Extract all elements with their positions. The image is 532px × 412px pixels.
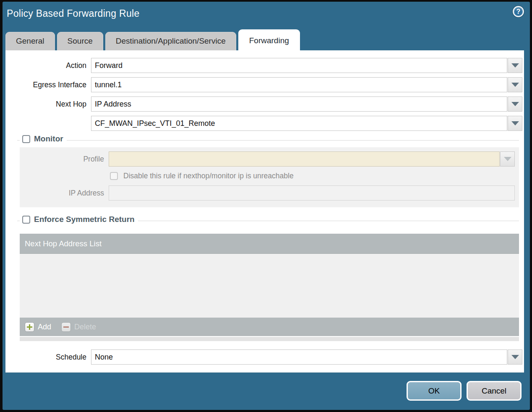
symmetric-return-legend-label: Enforce Symmetric Return [34,215,135,224]
dialog-title: Policy Based Forwarding Rule [7,8,140,19]
tab-general[interactable]: General [5,32,55,50]
symmetric-return-fieldset: Enforce Symmetric Return Next Hop Addres… [17,221,519,341]
schedule-label: Schedule [5,353,91,362]
help-icon[interactable]: ? [513,6,524,17]
cancel-button[interactable]: Cancel [467,381,522,401]
symmetric-return-legend: Enforce Symmetric Return [20,215,138,224]
next-hop-address-list-table: Next Hop Address List Add Delete [20,234,519,341]
monitor-legend: Monitor [20,134,67,143]
next-hop-address-list-body[interactable] [20,254,519,318]
monitor-ip-address-row: IP Address [20,185,519,201]
next-hop-address-row [5,116,523,131]
profile-label: Profile [20,155,109,164]
profile-input [109,151,500,167]
egress-interface-input[interactable] [91,77,507,92]
monitor-fieldset: Monitor Profile Disable this rule if nex… [17,140,519,207]
tab-source[interactable]: Source [57,32,103,50]
profile-dropdown-button [500,151,515,167]
action-label: Action [5,61,91,70]
schedule-input[interactable] [91,349,507,365]
title-bar: Policy Based Forwarding Rule ? [3,2,530,28]
monitor-ip-address-label: IP Address [20,189,109,198]
monitor-fieldset-body: Profile Disable this rule if nexthop/mon… [20,147,519,207]
chevron-down-icon [511,102,519,106]
tab-bar: General Source Destination/Application/S… [5,28,524,50]
pbf-rule-dialog: Policy Based Forwarding Rule ? General S… [3,2,530,410]
tab-destination-application-service[interactable]: Destination/Application/Service [105,32,236,50]
symmetric-return-checkbox[interactable] [22,216,30,224]
egress-interface-dropdown-button[interactable] [508,77,522,92]
tab-forwarding[interactable]: Forwarding [238,29,300,50]
egress-interface-label: Egress Interface [5,81,91,89]
chevron-down-icon [511,83,519,87]
add-button-label: Add [38,323,51,331]
delete-button-label: Delete [74,323,96,331]
delete-button: Delete [61,322,96,332]
schedule-row: Schedule [5,349,523,365]
disable-rule-label: Disable this rule if nexthop/monitor ip … [123,172,294,180]
minus-icon [61,322,71,332]
dialog-footer: OK Cancel [3,370,530,410]
next-hop-row: Next Hop [5,96,523,112]
plus-icon [25,322,34,332]
next-hop-label: Next Hop [5,100,91,109]
monitor-legend-label: Monitor [34,134,63,143]
next-hop-type-input[interactable] [91,96,507,112]
forwarding-tab-panel: Action Egress Interface Next Hop [5,50,524,373]
profile-row: Profile [20,151,519,167]
chevron-down-icon [504,157,511,161]
chevron-down-icon [511,355,519,359]
horizontal-scrollbar[interactable] [20,337,519,341]
next-hop-address-input[interactable] [91,116,507,131]
chevron-down-icon [511,121,519,125]
egress-interface-row: Egress Interface [5,77,523,92]
monitor-ip-address-input [109,185,515,201]
action-input[interactable] [91,58,507,73]
disable-rule-checkbox [110,172,118,180]
table-toolbar: Add Delete [20,318,519,336]
disable-rule-row: Disable this rule if nexthop/monitor ip … [110,172,519,180]
schedule-dropdown-button[interactable] [508,349,522,365]
next-hop-address-list-header: Next Hop Address List [20,234,519,254]
action-row: Action [5,58,523,73]
monitor-checkbox[interactable] [22,135,30,143]
next-hop-address-dropdown-button[interactable] [508,116,522,131]
action-dropdown-button[interactable] [508,58,522,73]
ok-button[interactable]: OK [407,381,462,401]
add-button[interactable]: Add [25,322,51,332]
chevron-down-icon [511,63,519,68]
next-hop-type-dropdown-button[interactable] [508,96,522,112]
